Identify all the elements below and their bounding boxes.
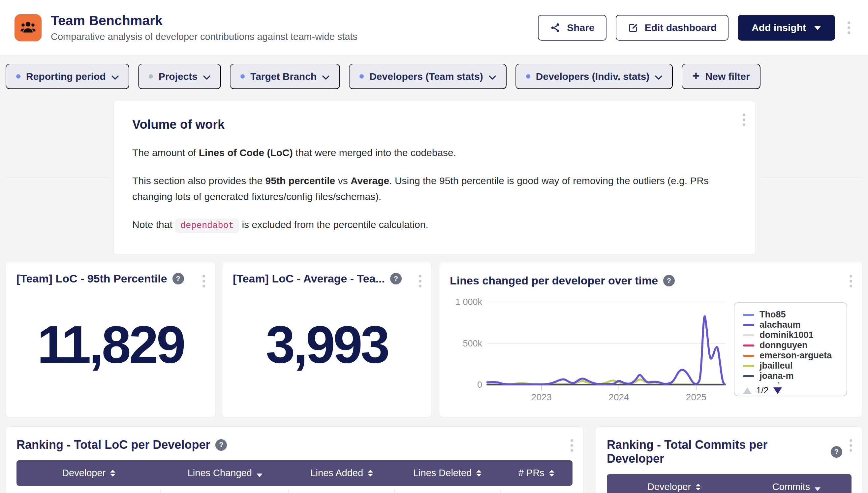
stat-card-kebab-menu[interactable] [416, 272, 425, 291]
help-icon[interactable]: ? [173, 273, 184, 284]
filter-pill-reporting-period[interactable]: Reporting period [6, 64, 129, 89]
table-cell [394, 490, 500, 493]
legend-pager: 1/2 [743, 385, 847, 396]
add-insight-label: Add insight [752, 22, 806, 33]
legend-item-jbailleul[interactable]: jbailleul [743, 361, 847, 371]
ranking-loc-kebab-menu[interactable] [567, 436, 577, 455]
filter-dot-icon [16, 74, 20, 79]
header-actions: Share Edit dashboard Add insight [538, 15, 853, 41]
x-axis-tick-label: 2024 [608, 392, 629, 402]
column-header-developer[interactable]: Developer [607, 474, 741, 493]
sort-icon [110, 470, 115, 476]
legend-item-alachaum[interactable]: alachaum [743, 320, 847, 330]
chevron-down-icon [489, 71, 496, 82]
volume-card-kebab-menu[interactable] [739, 110, 749, 129]
column-header-label: Lines Changed [188, 468, 252, 478]
legend-swatch-icon [743, 375, 754, 377]
y-axis-tick-label: 0 [477, 380, 482, 390]
series-line-alachaum [487, 316, 725, 384]
legend-item-donnguyen[interactable]: donnguyen [743, 340, 847, 350]
dependabot-code-chip: dependabot [175, 218, 239, 233]
column-header-lines-added[interactable]: Lines Added [289, 460, 395, 486]
ranking-total-commits-card: Ranking - Total Commits per Developer ? … [596, 426, 862, 493]
help-icon[interactable]: ? [831, 446, 842, 458]
caret-down-icon [814, 26, 821, 30]
legend-label: dominik1001 [759, 330, 814, 340]
column-header-label: Developer [647, 481, 691, 492]
column-header-label: # PRs [518, 468, 544, 478]
filter-dot-icon [240, 74, 245, 79]
column-header-label: Developer [62, 468, 106, 478]
legend-swatch-icon [743, 344, 754, 346]
legend-page-up-icon[interactable] [743, 387, 752, 394]
table-cell [160, 490, 288, 493]
filter-pill-developers-team-stats-[interactable]: Developers (Team stats) [349, 64, 507, 89]
column-header-commits[interactable]: Commits [741, 474, 851, 493]
filter-dot-icon [149, 74, 153, 79]
stat-value: 11,829 [6, 314, 215, 375]
y-axis-tick-label: 1 000k [455, 297, 483, 307]
legend-item-joana-m[interactable]: joana-m [743, 371, 847, 381]
dashboard-logo [15, 14, 42, 41]
filter-dot-icon [526, 74, 530, 79]
app-header: Team Benchmark Comparative analysis of d… [0, 0, 868, 56]
legend-label: maxice [759, 381, 790, 384]
filter-pill-developers-indiv-stats-[interactable]: Developers (Indiv. stats) [515, 64, 673, 89]
column-header-lines-changed[interactable]: Lines Changed [161, 460, 289, 486]
legend-label: alachaum [759, 320, 801, 330]
edit-dashboard-button[interactable]: Edit dashboard [616, 15, 729, 41]
section-divider-left [6, 177, 108, 177]
sort-desc-icon [257, 474, 263, 477]
table-cell [17, 490, 160, 493]
legend-items: Tho85alachaumdominik1001donnguyenemerson… [743, 309, 847, 384]
legend-swatch-icon [743, 355, 754, 357]
legend-item-maxice[interactable]: maxice [743, 381, 847, 384]
ranking-commits-kebab-menu[interactable] [846, 436, 855, 455]
section-divider-right [761, 177, 862, 177]
legend-label: Tho85 [759, 309, 786, 320]
column-header-developer[interactable]: Developer [17, 460, 161, 486]
legend-swatch-icon [743, 324, 754, 326]
legend-item-dominik1001[interactable]: dominik1001 [743, 330, 847, 340]
chart-legend: Tho85alachaumdominik1001donnguyenemerson… [734, 302, 847, 396]
sort-desc-icon [815, 487, 821, 491]
ranking-commits-title: Ranking - Total Commits per Developer [607, 438, 825, 466]
legend-page-down-icon[interactable] [773, 387, 782, 394]
filter-pill-label: Projects [159, 71, 198, 82]
column-header-lines-deleted[interactable]: Lines Deleted [395, 460, 500, 486]
legend-label: emerson-argueta [759, 350, 832, 361]
new-filter-label: New filter [706, 71, 750, 82]
sort-icon [695, 484, 701, 490]
filter-pill-projects[interactable]: Projects [138, 64, 221, 89]
edit-dashboard-label: Edit dashboard [645, 22, 717, 33]
new-filter-button[interactable]: + New filter [682, 64, 760, 89]
chevron-down-icon [203, 71, 210, 82]
column-header-label: Lines Added [310, 468, 363, 478]
stat-card-loc-95th-percentile: [Team] LoC - 95th Percentile ? 11,829 [6, 262, 215, 417]
filter-bar: Reporting periodProjectsTarget BranchDev… [6, 64, 760, 89]
loc-table-row [17, 490, 573, 493]
legend-swatch-icon [743, 365, 754, 367]
column-header--prs[interactable]: # PRs [500, 460, 573, 486]
legend-swatch-icon [743, 314, 754, 316]
stat-card-kebab-menu[interactable] [199, 272, 208, 291]
header-kebab-menu[interactable] [844, 18, 853, 37]
chevron-down-icon [322, 71, 330, 82]
legend-item-emerson-argueta[interactable]: emerson-argueta [743, 350, 847, 361]
filter-pill-target-branch[interactable]: Target Branch [230, 64, 340, 89]
help-icon[interactable]: ? [215, 439, 227, 451]
commits-table-header: DeveloperCommits [607, 474, 851, 493]
legend-item-Tho85[interactable]: Tho85 [743, 309, 847, 320]
column-header-label: Lines Deleted [413, 468, 472, 478]
filter-pill-label: Developers (Team stats) [369, 71, 483, 82]
x-axis-tick-label: 2025 [686, 392, 706, 402]
legend-label: jbailleul [759, 361, 793, 371]
share-button[interactable]: Share [538, 15, 606, 41]
add-insight-button[interactable]: Add insight [738, 15, 835, 41]
share-icon [550, 22, 561, 33]
title-block: Team Benchmark Comparative analysis of d… [51, 13, 357, 42]
help-icon[interactable]: ? [390, 273, 402, 284]
page-subtitle: Comparative analysis of developer contri… [51, 31, 357, 42]
legend-swatch-icon [743, 334, 754, 336]
ranking-total-loc-card: Ranking - Total LoC per Developer ? Deve… [6, 426, 583, 493]
